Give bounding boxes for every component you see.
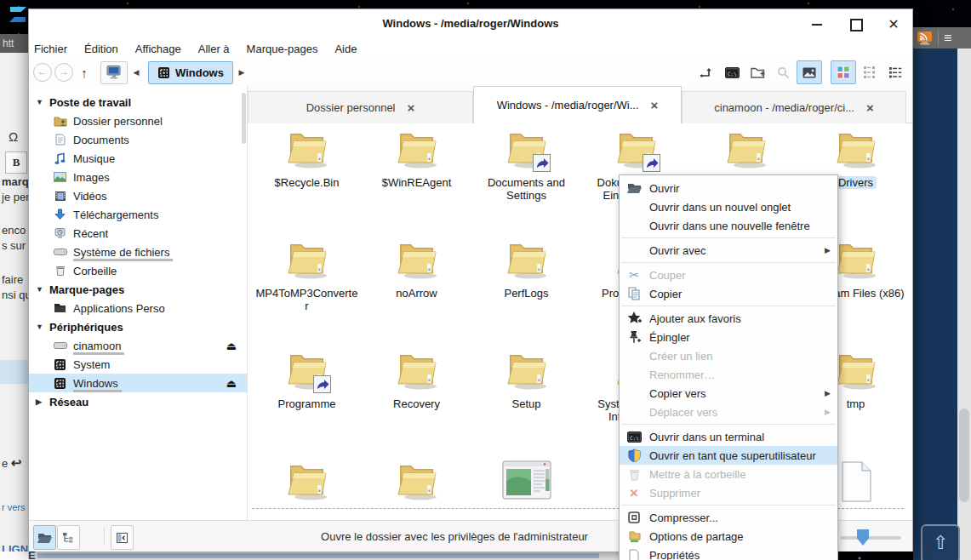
file-item-documents-and-settings[interactable]: Documents and Settings xyxy=(471,129,581,202)
icon-view-button[interactable] xyxy=(831,60,856,84)
undo-arrow-icon[interactable]: e ↩ xyxy=(2,455,21,471)
sidebar-item-vid-os[interactable]: Vidéos xyxy=(29,186,247,205)
context-item-options-de-partage[interactable]: Options de partage xyxy=(620,527,837,546)
tab-close-icon[interactable]: × xyxy=(408,100,415,115)
hide-side-pane-button[interactable] xyxy=(111,525,134,550)
compact-view-button[interactable] xyxy=(858,61,882,83)
titlebar[interactable]: Windows - /media/roger/Windows ✕ xyxy=(29,9,912,39)
context-item-ouvrir[interactable]: Ouvrir xyxy=(620,179,837,197)
context-item-ouvrir-dans-un-nouvel-onglet[interactable]: Ouvrir dans un nouvel onglet xyxy=(620,197,837,216)
file-item-programme[interactable]: Programme xyxy=(252,350,362,410)
sidebar-item-corbeille[interactable]: Corbeille xyxy=(29,261,247,280)
zoom-slider-handle[interactable] xyxy=(857,529,869,546)
sidebar-item-windows[interactable]: Windows ⏏ xyxy=(29,374,247,392)
bold-button[interactable]: B xyxy=(5,151,27,174)
file-item[interactable] xyxy=(691,129,801,176)
sidebar-item-r-cent[interactable]: Récent xyxy=(29,224,247,243)
sidebar-section-poste-de-travail[interactable]: ▼ Poste de travail xyxy=(29,93,247,111)
sidebar-item-system[interactable]: System xyxy=(29,355,247,374)
context-item-ouvrir-en-tant-que-superutilisateur[interactable]: Ouvrir en tant que superutilisateur xyxy=(620,446,837,465)
menu-icon[interactable]: ≡ xyxy=(944,31,951,46)
sidebar-item-dossier-personnel[interactable]: Dossier personnel xyxy=(29,111,247,130)
sidebar-item-images[interactable]: Images xyxy=(29,168,247,186)
sidebar-item-cinamoon[interactable]: cinamoon ⏏ xyxy=(29,336,247,355)
sidebar-section-marque-pages[interactable]: ▼ Marque-pages xyxy=(29,280,247,299)
file-item--recycle-bin[interactable]: $Recycle.Bin xyxy=(252,129,362,189)
new-folder-button[interactable] xyxy=(745,61,769,83)
sidebar-scrollbar[interactable] xyxy=(242,93,246,144)
context-item-ouvrir-dans-une-nouvelle-fen-tre[interactable]: Ouvrir dans une nouvelle fenêtre xyxy=(620,216,837,235)
scrollbar-thumb[interactable] xyxy=(959,409,969,502)
sidebar-section-p-riph-riques[interactable]: ▼ Périphériques xyxy=(29,317,247,336)
tab-close-icon[interactable]: × xyxy=(866,100,874,115)
detailed-view-button[interactable] xyxy=(883,61,907,83)
menubar-item-marque-pages[interactable]: Marque-pages xyxy=(247,43,318,55)
eject-icon[interactable]: ⏏ xyxy=(226,377,237,390)
close-button[interactable]: ✕ xyxy=(885,16,902,33)
sidebar-item-musique[interactable]: Musique xyxy=(29,149,247,168)
file-item-setup[interactable]: Setup xyxy=(471,350,581,410)
menubar-item-aller-[interactable]: Aller à xyxy=(198,43,230,55)
enter-path-button[interactable] xyxy=(694,61,718,83)
sidebar-section-r-seau[interactable]: ▶ Réseau xyxy=(29,392,247,411)
context-item-couper[interactable]: ✂ Couper xyxy=(620,266,837,284)
file-item[interactable] xyxy=(362,460,471,508)
context-item-propri-t-s[interactable]: Propriétés xyxy=(620,546,837,560)
context-item-cr-er-un-lien[interactable]: Créer un lien xyxy=(620,346,837,365)
up-button[interactable]: ↑ xyxy=(76,66,93,80)
minimize-button[interactable] xyxy=(808,16,825,33)
menubar-item-aide[interactable]: Aide xyxy=(334,43,357,55)
context-item-copier-vers[interactable]: Copier vers ▶ xyxy=(620,384,837,403)
search-button[interactable] xyxy=(771,61,795,83)
link-fragment[interactable]: r vers xyxy=(2,502,26,512)
context-item-supprimer[interactable]: ✕ Supprimer xyxy=(620,483,837,502)
context-item-ouvrir-avec[interactable]: Ouvrir avec ▶ xyxy=(620,241,837,260)
file-item[interactable] xyxy=(252,460,362,508)
tab-close-icon[interactable]: × xyxy=(651,98,659,112)
menubar-item-affichage[interactable]: Affichage xyxy=(135,43,181,55)
show-places-button[interactable] xyxy=(33,525,56,550)
zoom-slider-track[interactable] xyxy=(840,536,901,540)
context-item-ouvrir-dans-un-terminal[interactable]: C:\ Ouvrir dans un terminal xyxy=(620,427,837,446)
scroll-to-top-button[interactable]: ⇧ xyxy=(921,524,960,560)
menubar-item-fichier[interactable]: Fichier xyxy=(34,43,67,55)
context-item-copier[interactable]: Copier xyxy=(620,284,837,303)
computer-button[interactable] xyxy=(100,61,128,84)
browser-urlbar[interactable]: htt xyxy=(0,34,28,53)
path-scroll-right-button[interactable]: ▶ xyxy=(236,68,248,77)
rss-icon[interactable] xyxy=(917,31,933,45)
context-item-compresser-[interactable]: Compresser... xyxy=(620,508,837,527)
sidebar-item-applications-perso[interactable]: Applications Perso xyxy=(29,299,247,317)
thumbnails-button[interactable] xyxy=(797,60,822,84)
tab-2[interactable]: cinamoon - /media/roger/ci... × xyxy=(682,91,906,123)
tab-0[interactable]: Dossier personnel × xyxy=(248,91,473,123)
folder-icon xyxy=(362,460,471,505)
eject-icon[interactable]: ⏏ xyxy=(226,340,237,352)
hide-pane-icon xyxy=(117,533,128,543)
context-item-mettre-la-corbeille[interactable]: Mettre à la corbeille xyxy=(620,465,837,483)
show-tree-button[interactable] xyxy=(57,525,80,550)
videos-icon xyxy=(53,191,67,202)
file-item-noarrow[interactable]: noArrow xyxy=(362,239,471,300)
tab-1[interactable]: Windows - /media/roger/Wi... × xyxy=(473,86,682,123)
maximize-button[interactable] xyxy=(848,16,865,33)
path-button[interactable]: Windows xyxy=(148,61,233,84)
sidebar-item-t-l-chargements[interactable]: Téléchargements xyxy=(29,205,247,224)
path-scroll-left-button[interactable]: ◀ xyxy=(130,68,142,77)
sidebar-item-documents[interactable]: Documents xyxy=(29,130,247,149)
file-item-perflogs[interactable]: PerfLogs xyxy=(471,239,581,300)
file-item-mp4tomp3converter[interactable]: MP4ToMP3Converter xyxy=(252,239,362,312)
forward-button[interactable]: → xyxy=(54,63,73,82)
context-item--pingler[interactable]: Épingler xyxy=(620,328,837,346)
file-item[interactable] xyxy=(471,460,581,508)
context-item-ajouter-aux-favoris[interactable]: Ajouter aux favoris xyxy=(620,309,837,328)
context-item-d-placer-vers[interactable]: Déplacer vers ▶ xyxy=(620,403,837,421)
menubar-item--dition[interactable]: Édition xyxy=(84,43,118,55)
omega-button[interactable]: Ω xyxy=(9,129,18,144)
open-terminal-button[interactable]: C:\ xyxy=(720,61,744,83)
file-item--winreagent[interactable]: $WinREAgent xyxy=(362,129,471,189)
back-button[interactable]: ← xyxy=(33,63,52,82)
file-item-recovery[interactable]: Recovery xyxy=(362,350,471,410)
sidebar-item-syst-me-de-fichiers[interactable]: Système de fichiers xyxy=(29,243,247,261)
context-item-renommer-[interactable]: Renommer… xyxy=(620,365,837,384)
